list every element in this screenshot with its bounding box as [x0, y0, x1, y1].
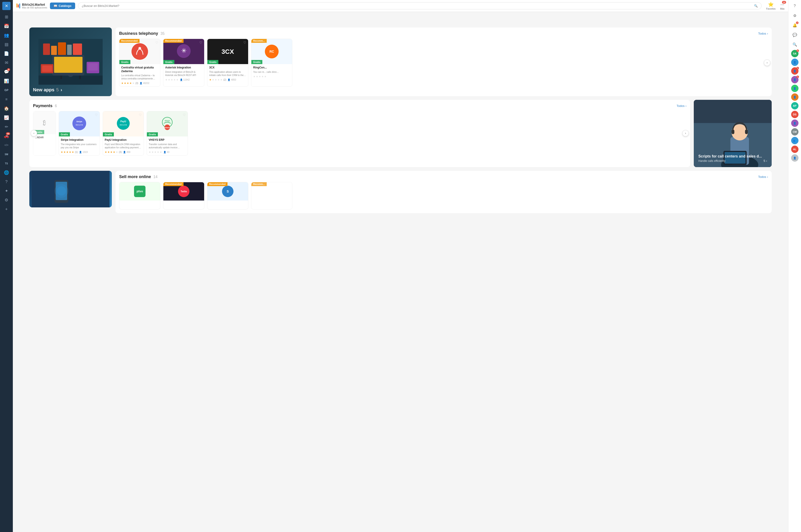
app-card-stripe[interactable]: Gratis Stripe Bitrix24●: [59, 111, 100, 156]
avatar-badge-2: 1: [797, 67, 799, 69]
payments-next-arrow[interactable]: ›: [682, 130, 689, 136]
app-card-vhsys[interactable]: Gratis vhsys albato: [147, 111, 188, 156]
telephony-todos-link[interactable]: Todos ›: [758, 32, 768, 35]
sidebar-icon-settings[interactable]: ⚙: [2, 196, 11, 204]
app-desc-3cx: This application allows users to initiat…: [209, 71, 246, 77]
sidebar-icon-tasks[interactable]: ▤: [2, 40, 11, 49]
avatar-3[interactable]: 👤 1: [791, 76, 799, 83]
heart-button-payu[interactable]: ♡: [139, 113, 142, 117]
right-icon-question[interactable]: ?: [791, 2, 799, 10]
calls-banner[interactable]: Scripts for call centers and sales d... …: [694, 100, 772, 167]
installs-asterisk: 👤11942: [180, 78, 190, 81]
sell-online-apps-grid: plivo Recommended Twilio Recommended: [119, 182, 768, 209]
sidebar-icon-documents[interactable]: 📄: [2, 50, 11, 58]
heart-button-vhsys[interactable]: ♡: [183, 113, 186, 117]
app-name-partial: ...NDAR: [35, 136, 54, 139]
heart-button-zadarma[interactable]: ♡: [155, 41, 158, 44]
right-icon-chat[interactable]: 💬: [791, 31, 799, 39]
sidebar-icon-drive[interactable]: 🚗 39: [2, 132, 11, 140]
calls-banner-title: Scripts for call centers and sales d...: [698, 154, 762, 158]
svg-text:✳: ✳: [181, 47, 186, 54]
app-card-sell3[interactable]: Recommended S: [207, 182, 248, 209]
sidebar-icon-gp[interactable]: GP: [2, 86, 11, 94]
right-icon-settings[interactable]: ⚙: [791, 12, 799, 20]
avatar-ds[interactable]: DS: [791, 111, 799, 118]
avatar-2[interactable]: 👤 1: [791, 67, 799, 75]
app-desc-vhsys: Transfer customer data and automatically…: [149, 143, 186, 149]
sidebar-icon-star[interactable]: ✦: [2, 187, 11, 195]
sidebar-icon-contacts[interactable]: 👥: [2, 31, 11, 39]
mas-action[interactable]: ··· 14 Más: [780, 2, 784, 10]
app-card-plivo[interactable]: plivo: [119, 182, 160, 209]
section-count-sell: 14: [153, 175, 158, 179]
app-thumb-sell3: Recommended S: [207, 182, 248, 201]
app-meta-stripe: ★★★★★ (1) 👤1319: [61, 151, 98, 154]
app-card-3cx[interactable]: 3CX Gratis ♡ 3CX This application allows…: [207, 39, 248, 87]
app-body-payu: ♡ PayU Integration PayU and Bitrix24.CRM…: [103, 136, 144, 155]
sidebar-icon-mail[interactable]: ✉: [2, 59, 11, 67]
avatar-4[interactable]: 👤: [791, 85, 799, 92]
favoritos-action[interactable]: ⭐ Favoritos: [766, 2, 776, 10]
sidebar-icon-analytics[interactable]: 📈: [2, 114, 11, 122]
sidebar-icon-edit[interactable]: ✏: [2, 123, 11, 131]
telephony-next-arrow[interactable]: ›: [764, 59, 770, 66]
more-icon: ··· 14: [780, 2, 784, 7]
payments-prev-arrow[interactable]: ‹: [31, 130, 37, 136]
avatar-7[interactable]: 👤: [791, 154, 799, 162]
heart-button-stripe[interactable]: ♡: [95, 113, 98, 117]
sidebar-icon-sm[interactable]: SM: [2, 150, 11, 158]
sidebar-icon-code[interactable]: </>: [2, 141, 11, 149]
svg-rect-40: [745, 130, 748, 134]
sidebar-icon-calendar[interactable]: 📅: [2, 22, 11, 30]
search-input[interactable]: [82, 4, 752, 7]
app-thumb-payu: Gratis PayU Bitrix24●: [103, 111, 144, 136]
bottom-banner[interactable]: [29, 171, 112, 207]
logo[interactable]: Bitrix24.Market Más de 550 aplicaciones: [17, 3, 47, 9]
calls-banner-nav[interactable]: 5 ›: [763, 159, 767, 163]
avatar-1[interactable]: 👤: [791, 59, 799, 66]
app-card-sell4[interactable]: Recomm...: [251, 182, 292, 209]
sidebar-icon-reports[interactable]: 📊: [2, 77, 11, 85]
sidebar-icon-ts[interactable]: TS: [2, 159, 11, 168]
sidebar-icon-home[interactable]: 🏠: [2, 104, 11, 113]
app-card-asterisk[interactable]: Recommended ✳ Gratis ♡ Asterisk Integrat…: [163, 39, 204, 87]
search-bar[interactable]: 🔍: [78, 2, 762, 10]
heart-button-asterisk[interactable]: ♡: [199, 41, 202, 44]
app-desc-ringcentral: You can re... calls direc...: [253, 71, 290, 74]
sell-online-todos-link[interactable]: Todos ›: [758, 175, 768, 178]
sidebar-icon-menu[interactable]: ≡: [2, 95, 11, 103]
close-button[interactable]: ✕: [2, 2, 11, 10]
business-telephony-section: Business telephony 35 Todos › Recommende…: [115, 27, 772, 96]
sidebar-icon-chat[interactable]: 💬 8: [2, 68, 11, 76]
app-card-payu[interactable]: Gratis PayU Bitrix24●: [103, 111, 144, 156]
app-card-zadarma[interactable]: Recommended Gratis ♡ Centralita virtual …: [119, 39, 160, 87]
right-icon-search[interactable]: 🔍: [791, 40, 799, 49]
avatar-badge-3: 1: [797, 76, 799, 78]
avatar-5[interactable]: 👤: [791, 93, 799, 101]
app-card-twilio[interactable]: Recommended Twilio: [163, 182, 204, 209]
app-card-ringcentral[interactable]: Recomm... RC Gratis RingCen... You can r…: [251, 39, 292, 87]
app-thumb-stripe: Gratis Stripe Bitrix24●: [59, 111, 100, 136]
avatar-ap[interactable]: AP: [791, 102, 799, 110]
installs-stripe: 👤1319: [79, 151, 88, 153]
new-apps-banner[interactable]: New apps 5 ›: [29, 27, 112, 96]
heart-button-3cx[interactable]: ♡: [243, 41, 246, 44]
avatar-6[interactable]: 👤: [791, 119, 799, 127]
avatar-al[interactable]: AL: [791, 146, 799, 153]
sell-online-section: Sell more online 14 Todos › plivo: [115, 171, 772, 213]
svg-point-18: [131, 43, 148, 60]
app-body-zadarma: ♡ Centralita virtual gratuita Zadarma La…: [120, 64, 160, 87]
payments-todos-link[interactable]: Todos ›: [677, 104, 687, 108]
sidebar-icon-grid[interactable]: ⊞: [2, 13, 11, 21]
avatar-group[interactable]: 👥: [791, 137, 799, 144]
svg-point-19: [139, 47, 141, 50]
sidebar-icon-help[interactable]: ?: [2, 178, 11, 186]
sidebar-icon-globe[interactable]: 🌐: [2, 169, 11, 177]
avatar-cm[interactable]: CM: [791, 128, 799, 135]
avatar-sa[interactable]: SA 2: [791, 50, 799, 57]
sidebar-icon-plus[interactable]: +: [2, 205, 11, 213]
right-icon-bell[interactable]: 🔔 2: [791, 21, 799, 29]
app-name-stripe: Stripe Integration: [61, 138, 98, 142]
avatar-badge-sa: 2: [797, 50, 799, 52]
catalogo-button[interactable]: 📖 Catálogo: [50, 2, 75, 9]
